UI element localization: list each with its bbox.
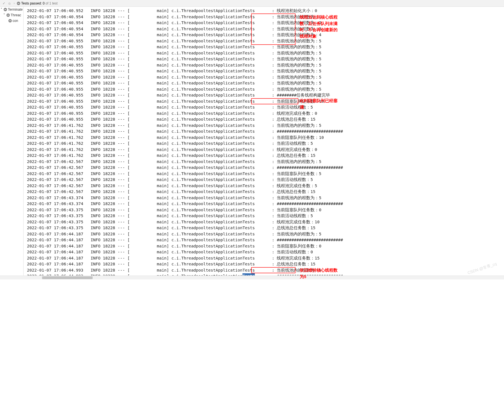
log-line: 2022-01-07 17:06:40.955 INFO 18228 --- [… (27, 104, 504, 111)
log-line: 2022-01-07 17:06:40.955 INFO 18228 --- [… (27, 80, 504, 86)
log-line: 2022-01-07 17:06:43.375 INFO 18228 --- [… (27, 219, 504, 225)
log-line: 2022-01-07 17:06:44.187 INFO 18228 --- [… (27, 243, 504, 249)
log-line: 2022-01-07 17:06:40.955 INFO 18228 --- [… (27, 74, 504, 81)
log-line: 2022-01-07 17:06:43.375 INFO 18228 --- [… (27, 207, 504, 213)
log-line: 2022-01-07 17:06:40.954 INFO 18228 --- [… (27, 14, 504, 20)
horizontal-scrollbar[interactable] (0, 276, 504, 279)
terminated-icon (8, 19, 12, 22)
terminated-icon (4, 8, 7, 11)
separator-icon: » (13, 2, 15, 5)
test-tree-panel[interactable]: ˅ Terminate ˅ Threac con (0, 7, 24, 279)
test-status-icon (17, 2, 20, 5)
tree-leaf-node[interactable]: con (0, 18, 23, 24)
log-line: 2022-01-07 17:06:40.955 INFO 18228 --- [… (27, 50, 504, 56)
log-line: 2022-01-07 17:06:43.374 INFO 18228 --- [… (27, 201, 504, 207)
check-icon[interactable]: ✓ (2, 1, 6, 6)
log-line: 2022-01-07 17:06:40.952 INFO 18228 --- [… (27, 8, 504, 14)
log-line: 2022-01-07 17:06:43.374 INFO 18228 --- [… (27, 195, 504, 201)
log-line: 2022-01-07 17:06:44.187 INFO 18228 --- [… (27, 255, 504, 261)
log-line: 2022-01-07 17:06:43.375 INFO 18228 --- [… (27, 225, 504, 231)
log-line: 2022-01-07 17:06:40.955 INFO 18228 --- [… (27, 86, 504, 93)
chevron-down-icon[interactable]: ˅ (3, 13, 6, 17)
log-line: 2022-01-07 17:06:40.954 INFO 18228 --- [… (27, 26, 504, 32)
log-line: 2022-01-07 17:06:44.993 INFO 18228 --- [… (27, 267, 504, 274)
log-line: 2022-01-07 17:06:42.567 INFO 18228 --- [… (27, 171, 504, 177)
log-line: 2022-01-07 17:06:40.955 INFO 18228 --- [… (27, 92, 504, 98)
tree-root-node[interactable]: ˅ Terminate (0, 7, 23, 12)
scrollbar-thumb[interactable] (42, 276, 93, 279)
log-line: 2022-01-07 17:06:42.567 INFO 18228 --- [… (27, 159, 504, 165)
log-line: 2022-01-07 17:06:41.762 INFO 18228 --- [… (27, 135, 504, 141)
console-output[interactable]: 2022-01-07 17:06:40.952 INFO 18228 --- [… (24, 7, 504, 279)
main-area: ˅ Terminate ˅ Threac con 2022-01-07 17:0… (0, 7, 504, 279)
tree-node-label: Terminate (8, 8, 23, 12)
log-line: 2022-01-07 17:06:44.187 INFO 18228 --- [… (27, 237, 504, 243)
log-line: 2022-01-07 17:06:42.567 INFO 18228 --- [… (27, 177, 504, 183)
log-line: 2022-01-07 17:06:44.187 INFO 18228 --- [… (27, 249, 504, 255)
log-line: 2022-01-07 17:06:43.375 INFO 18228 --- [… (27, 213, 504, 219)
terminated-icon (6, 13, 10, 17)
log-line: 2022-01-07 17:06:40.955 INFO 18228 --- [… (27, 111, 504, 117)
log-line: 2022-01-07 17:06:42.567 INFO 18228 --- [… (27, 165, 504, 171)
log-line: 2022-01-07 17:06:40.955 INFO 18228 --- [… (27, 44, 504, 50)
log-line: 2022-01-07 17:06:41.762 INFO 18228 --- [… (27, 141, 504, 147)
log-line: 2022-01-07 17:06:42.567 INFO 18228 --- [… (27, 183, 504, 189)
log-line: 2022-01-07 17:06:41.762 INFO 18228 --- [… (27, 147, 504, 153)
log-line: 2022-01-07 17:06:40.955 INFO 18228 --- [… (27, 62, 504, 68)
log-line: 2022-01-07 17:06:42.567 INFO 18228 --- [… (27, 189, 504, 195)
log-line: 2022-01-07 17:06:40.955 INFO 18228 --- [… (27, 56, 504, 62)
log-line: 2022-01-07 17:06:40.955 INFO 18228 --- [… (27, 38, 504, 44)
tree-node-label: Threac (11, 13, 21, 17)
chevron-down-icon[interactable]: ˅ (1, 8, 3, 12)
tests-toolbar: ✓ ⦸ » Tests passed: 0 of 1 test (0, 0, 504, 7)
log-line: 2022-01-07 17:06:41.762 INFO 18228 --- [… (27, 123, 504, 129)
log-line: 2022-01-07 17:06:40.954 INFO 18228 --- [… (27, 20, 504, 26)
log-line: 2022-01-07 17:06:40.955 INFO 18228 --- [… (27, 98, 504, 105)
log-line: 2022-01-07 17:06:40.954 INFO 18228 --- [… (27, 32, 504, 38)
log-line: 2022-01-07 17:06:41.762 INFO 18228 --- [… (27, 153, 504, 159)
tree-child-node[interactable]: ˅ Threac (0, 12, 23, 18)
log-line: 2022-01-07 17:06:41.762 INFO 18228 --- [… (27, 128, 504, 135)
cancel-icon[interactable]: ⦸ (7, 1, 12, 6)
log-line: 2022-01-07 17:06:44.187 INFO 18228 --- [… (27, 231, 504, 237)
tests-passed-label: Tests passed: 0 of 1 test (21, 1, 58, 5)
log-line: 2022-01-07 17:06:44.187 INFO 18228 --- [… (27, 261, 504, 267)
tree-node-label: con (13, 19, 18, 23)
log-line: 2022-01-07 17:06:40.955 INFO 18228 --- [… (27, 68, 504, 74)
log-line: 2022-01-07 17:06:40.955 INFO 18228 --- [… (27, 116, 504, 123)
